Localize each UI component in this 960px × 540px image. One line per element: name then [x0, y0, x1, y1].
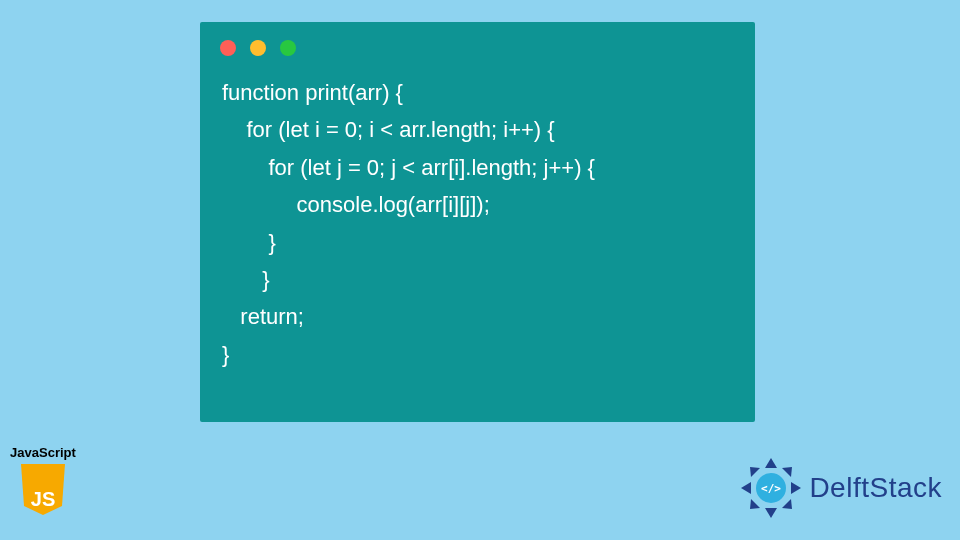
code-content: function print(arr) { for (let i = 0; i …: [200, 64, 755, 383]
code-line: }: [222, 267, 270, 292]
code-line: console.log(arr[i][j]);: [222, 192, 490, 217]
javascript-shield-icon: JS: [19, 462, 67, 517]
delftstack-brand: </> DelftStack: [737, 454, 942, 522]
maximize-icon: [280, 40, 296, 56]
code-window: function print(arr) { for (let i = 0; i …: [200, 22, 755, 422]
svg-text:</>: </>: [761, 482, 781, 495]
code-line: return;: [222, 304, 304, 329]
delftstack-brand-text: DelftStack: [809, 472, 942, 504]
svg-marker-3: [782, 499, 792, 509]
close-icon: [220, 40, 236, 56]
svg-marker-1: [782, 467, 792, 477]
code-line: for (let j = 0; j < arr[i].length; j++) …: [222, 155, 595, 180]
minimize-icon: [250, 40, 266, 56]
svg-marker-5: [750, 499, 760, 509]
javascript-badge: JavaScript JS: [0, 445, 86, 517]
code-line: }: [222, 342, 229, 367]
svg-marker-0: [765, 458, 777, 468]
delftstack-logo-icon: </>: [737, 454, 805, 522]
javascript-shield-text: JS: [19, 488, 67, 511]
window-controls: [200, 22, 755, 64]
code-line: for (let i = 0; i < arr.length; i++) {: [222, 117, 555, 142]
svg-marker-7: [750, 467, 760, 477]
svg-marker-4: [765, 508, 777, 518]
code-line: }: [222, 230, 276, 255]
svg-marker-6: [741, 482, 751, 494]
javascript-label: JavaScript: [0, 445, 86, 460]
code-line: function print(arr) {: [222, 80, 403, 105]
svg-marker-2: [791, 482, 801, 494]
